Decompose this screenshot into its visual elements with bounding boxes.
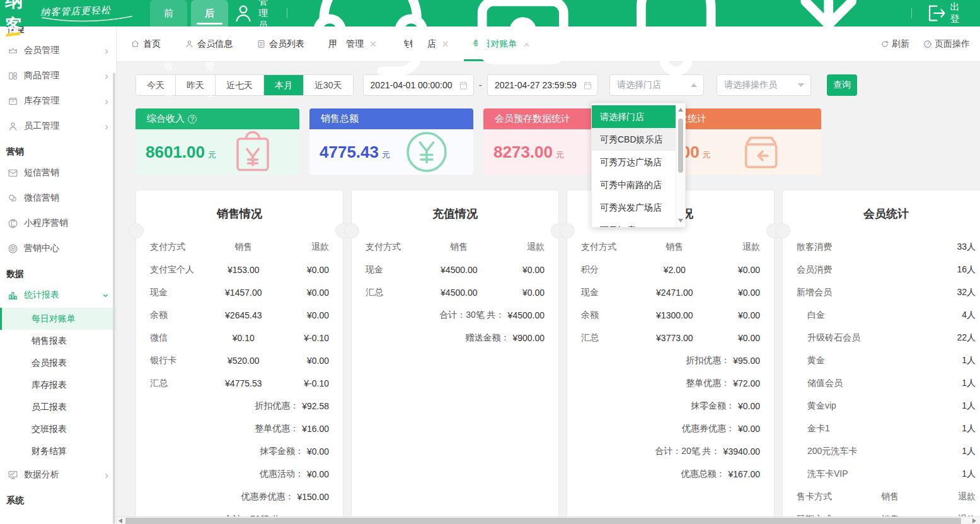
download-icon[interactable] — [759, 0, 898, 83]
stat-value: 33人 — [957, 242, 976, 253]
top-nav: 前台收银后台管理 — [150, 0, 232, 26]
stat-label: 散客消费 — [797, 242, 832, 253]
scroll-down-icon[interactable] — [678, 219, 683, 223]
sidebar: 管理会员管理›商品管理›库存管理›员工管理›营销短信营销微信营销小程序营销营销中… — [0, 26, 117, 524]
stat-value: 1人 — [962, 469, 976, 480]
dropdown-scrollbar[interactable] — [676, 103, 685, 227]
sidebar-item-会员管理[interactable]: 会员管理› — [0, 38, 116, 63]
panel-body: 支付方式销售退款现金¥4500.00¥0.00汇总¥4500.00¥0.00合计… — [352, 236, 558, 349]
stat-value: 22人 — [957, 332, 976, 344]
cell: 退款 — [707, 242, 760, 253]
cell: 支付方式 — [150, 242, 210, 253]
member-icon — [185, 39, 194, 49]
summary-label: 优惠总额： — [681, 469, 725, 480]
stat-label: 储值会员 — [797, 378, 843, 389]
sidebar-subitem-员工报表[interactable]: 员工报表 — [0, 396, 116, 418]
sidebar-item-商品管理[interactable]: 商品管理› — [0, 63, 116, 88]
stat-value: 1人 — [962, 355, 976, 366]
lock-icon[interactable] — [453, 0, 592, 83]
summary-value: ¥95.00 — [733, 356, 760, 366]
horizontal-scrollbar-thumb[interactable] — [125, 518, 961, 524]
table-row: 微信¥0.10¥-0.10 — [150, 327, 329, 349]
summary-line: 赠送金额：¥900.00 — [366, 327, 545, 349]
stat-value: 1人 — [962, 400, 976, 412]
cell: 退款 — [923, 491, 976, 503]
help-icon[interactable]: ? — [188, 115, 197, 124]
table-row: 支付宝个人¥153.00¥0.00 — [150, 259, 329, 281]
sidebar-subitem-每日对账单[interactable]: 每日对账单 — [0, 308, 116, 330]
sidebar-item-label: 会员管理 — [24, 45, 59, 56]
stat-label: 新增会员 — [797, 287, 832, 298]
summary-value: ¥4500.00 — [508, 310, 545, 320]
store-option[interactable]: 请选择门店 — [592, 105, 685, 128]
cell: 销售 — [642, 242, 707, 253]
cell: ¥0.00 — [707, 288, 760, 298]
stat-row: 洗车卡VIP1人 — [797, 463, 976, 486]
stat-label: 200元洗车卡 — [797, 446, 857, 457]
stat-row: 储值会员1人 — [797, 372, 976, 395]
table-header-row: 支付方式销售退款 — [581, 236, 760, 259]
cell: ¥4775.53 — [210, 378, 276, 388]
logout-label: 退出登录 — [950, 0, 969, 37]
table-row: 现金¥1457.00¥0.00 — [150, 281, 329, 304]
horizontal-scrollbar[interactable] — [117, 516, 980, 524]
panel-消费情况: 消费情况支付方式销售退款积分¥2.00¥0.00现金¥2471.00¥0.00余… — [567, 190, 775, 524]
card-title: 销售总额 — [309, 108, 473, 129]
user-name: 管理员 — [258, 0, 274, 32]
sidebar-subitem-财务结算[interactable]: 财务结算 — [0, 440, 116, 462]
cell: ¥-0.10 — [276, 333, 329, 343]
store-option[interactable]: 可秀兴发广场店 — [592, 196, 685, 219]
sidebar-item-统计报表[interactable]: 统计报表› — [0, 282, 116, 308]
sidebar-subitem-库存报表[interactable]: 库存报表 — [0, 374, 116, 396]
scroll-up-icon[interactable] — [678, 108, 683, 112]
sidebar-item-员工管理[interactable]: 员工管理› — [0, 114, 116, 139]
dropdown-scrollbar-thumb[interactable] — [678, 119, 683, 173]
store-option[interactable]: 可秀中南路的店 — [592, 173, 685, 196]
sidebar-item-小程序营销[interactable]: 小程序营销 — [0, 211, 116, 236]
card-title-text: 会员预存数据统计 — [495, 113, 570, 125]
sidebar-item-短信营销[interactable]: 短信营销 — [0, 160, 116, 185]
top-nav-tab[interactable]: 后台管理 — [191, 0, 228, 26]
stat-row: 200元洗车卡1人 — [797, 440, 976, 463]
panel-body: 支付方式销售退款支付宝个人¥153.00¥0.00现金¥1457.00¥0.00… — [136, 236, 343, 524]
topbar: 纳客 纳客管店更轻松 前台收银后台管理 管理员 退出登录 — [0, 0, 980, 26]
summary-value: ¥900.00 — [512, 333, 545, 343]
sidebar-item-数据分析[interactable]: 数据分析› — [0, 462, 116, 487]
card-title: 综合收入? — [135, 108, 299, 129]
stat-label: 升级砖石会员 — [797, 332, 860, 344]
table-row: 汇总¥4775.53¥-0.10 — [150, 372, 329, 395]
summary-label: 抹零金额： — [691, 400, 735, 412]
sidebar-scrollbar[interactable] — [113, 73, 115, 524]
top-nav-tab[interactable]: 前台收银 — [150, 0, 187, 26]
sidebar-item-微信营销[interactable]: 微信营销 — [0, 185, 116, 211]
tab-首页[interactable]: 首页 — [130, 26, 161, 61]
user-menu[interactable]: 管理员 — [232, 0, 274, 32]
logout-button[interactable]: 退出登录 — [925, 0, 969, 37]
headset-icon[interactable] — [301, 0, 440, 83]
stat-label: 金卡1 — [797, 423, 830, 434]
stat-value: 16人 — [957, 264, 976, 276]
store-option[interactable]: 可秀门店 — [592, 219, 685, 228]
sidebar-subitem-销售报表[interactable]: 销售报表 — [0, 330, 116, 352]
summary-label: 合计：30笔 共： — [439, 310, 504, 321]
cell: 退款 — [276, 242, 329, 253]
sidebar-item-库存管理[interactable]: 库存管理› — [0, 88, 116, 114]
sidebar-item-营销中心[interactable]: 营销中心 — [0, 236, 116, 261]
store-option[interactable]: 可秀CBD娱乐店 — [592, 128, 685, 151]
card-unit: 元 — [208, 149, 216, 161]
summary-value: ¥167.00 — [728, 469, 760, 479]
crown-icon — [8, 45, 18, 56]
sidebar-subitem-会员报表[interactable]: 会员报表 — [0, 352, 116, 374]
stat-row: 黄金vip1人 — [797, 395, 976, 417]
bell-icon[interactable] — [606, 0, 746, 83]
scroll-right-icon[interactable] — [972, 518, 976, 523]
chevron-right-icon: › — [105, 96, 108, 107]
stat-label: 会员消费 — [797, 264, 832, 276]
summary-value: ¥0.00 — [738, 401, 760, 411]
store-option[interactable]: 可秀万达广场店 — [592, 151, 685, 173]
report-panels: 销售情况支付方式销售退款支付宝个人¥153.00¥0.00现金¥1457.00¥… — [135, 190, 980, 524]
chevron-down-icon — [798, 83, 804, 87]
sidebar-subitem-交班报表[interactable]: 交班报表 — [0, 418, 116, 440]
table-row: 汇总¥3773.00¥0.00 — [581, 327, 760, 349]
scroll-left-icon[interactable] — [118, 518, 122, 523]
